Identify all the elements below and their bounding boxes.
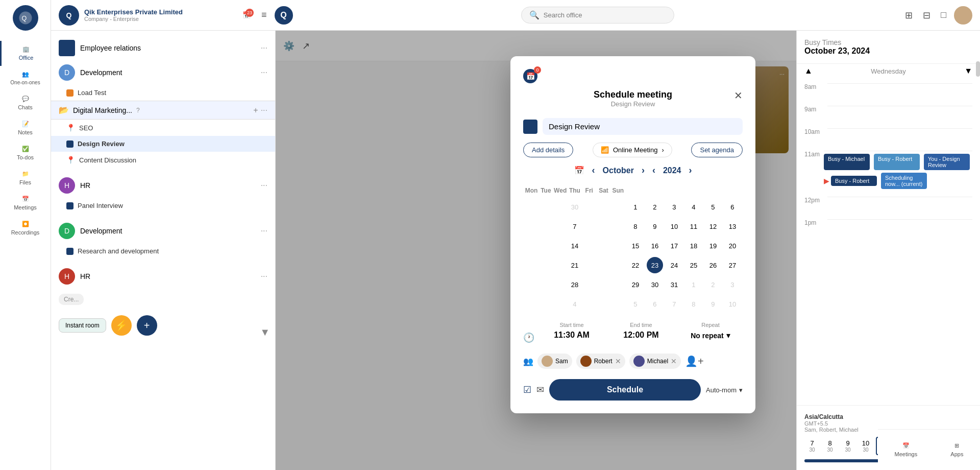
calendar-day-5-2[interactable]: 6 <box>647 296 663 312</box>
add-details-button[interactable]: Add details <box>523 143 573 157</box>
development2-menu[interactable]: ··· <box>261 226 267 236</box>
remove-robert-button[interactable]: ✕ <box>615 357 621 365</box>
sidebar-item-one-on-ones[interactable]: 👥 One-on-ones <box>0 66 51 90</box>
scroll-down-button2[interactable]: ▼ <box>964 66 972 76</box>
sidebar-item-files[interactable]: 📁 Files <box>0 166 51 191</box>
app-icon-button[interactable]: Q <box>275 6 293 25</box>
calendar-day-5-5[interactable]: 9 <box>705 296 721 312</box>
sidebar-item-notes[interactable]: 📝 Notes <box>0 115 51 140</box>
content-discussion-item[interactable]: 📍 Content Discussion <box>51 152 275 168</box>
calendar-day-2-2[interactable]: 16 <box>647 238 663 254</box>
prev-month-button[interactable]: ‹ <box>592 165 595 176</box>
calendar-day-3-5[interactable]: 26 <box>705 257 721 273</box>
calendar-day-5-1[interactable]: 5 <box>627 296 644 312</box>
add-channel-button[interactable]: + <box>253 106 258 115</box>
hr2-menu[interactable]: ··· <box>261 272 267 281</box>
calendar-day-0-4[interactable]: 4 <box>685 199 702 215</box>
sidebar-item-office[interactable]: 🏢 Office <box>0 41 51 66</box>
repeat-value[interactable]: No repeat <box>691 332 724 340</box>
mini-cal-10[interactable]: 1030 <box>858 437 873 455</box>
mini-cal-8[interactable]: 830 <box>822 437 838 455</box>
hr-menu[interactable]: ··· <box>261 181 267 190</box>
calendar-day-5-4[interactable]: 8 <box>685 296 702 312</box>
calendar-day-0-0[interactable]: 30 <box>567 199 583 215</box>
calendar-day-1-5[interactable]: 12 <box>705 218 721 234</box>
calendar-day-3-3[interactable]: 24 <box>666 257 682 273</box>
calendar-day-0-6[interactable]: 6 <box>724 199 741 215</box>
calendar-day-2-5[interactable]: 19 <box>705 238 721 254</box>
calendar-day-1-4[interactable]: 11 <box>685 218 702 234</box>
meeting-title-input[interactable] <box>543 118 743 135</box>
start-time-value[interactable]: 11:30 AM <box>540 331 604 340</box>
calendar-day-4-4[interactable]: 1 <box>685 276 702 293</box>
calendar-day-1-6[interactable]: 13 <box>724 218 741 234</box>
online-meeting-button[interactable]: 📶 Online Meeting › <box>593 143 672 157</box>
seo-item[interactable]: 📍 SEO <box>51 120 275 136</box>
panel-interview-item[interactable]: Panel Interview <box>51 198 275 214</box>
calendar-day-0-1[interactable]: 1 <box>627 199 644 215</box>
prev-year-button[interactable]: ‹ <box>652 165 655 176</box>
calendar-day-3-4[interactable]: 25 <box>685 257 702 273</box>
calendar-day-2-0[interactable]: 14 <box>567 238 583 254</box>
research-development-item[interactable]: Research and development <box>51 243 275 259</box>
calendar-day-4-1[interactable]: 29 <box>627 276 644 293</box>
schedule-button[interactable]: Schedule <box>549 379 701 401</box>
calendar-day-2-1[interactable]: 15 <box>627 238 644 254</box>
grid-view-button[interactable]: ⊞ <box>902 7 915 24</box>
calendar-day-2-6[interactable]: 20 <box>724 238 741 254</box>
calendar-day-3-1[interactable]: 22 <box>627 257 644 273</box>
calendar-day-4-2[interactable]: 30 <box>647 276 663 293</box>
end-time-value[interactable]: 12:00 PM <box>609 331 673 340</box>
remove-michael-button[interactable]: ✕ <box>671 357 677 365</box>
user-avatar[interactable] <box>954 6 972 25</box>
calendar-day-0-3[interactable]: 3 <box>666 199 682 215</box>
menu-button[interactable]: ≡ <box>259 7 270 23</box>
calendar-day-5-0[interactable]: 4 <box>567 296 583 312</box>
calendar-day-1-3[interactable]: 10 <box>666 218 682 234</box>
calendar-day-4-5[interactable]: 2 <box>705 276 721 293</box>
sidebar-item-recordings[interactable]: ⏺️ Recordings <box>0 216 51 241</box>
calendar-day-1-0[interactable]: 7 <box>567 218 583 234</box>
meetings-nav-item[interactable]: 📅 Meetings <box>895 442 918 457</box>
calendar-day-3-2[interactable]: 23 <box>647 257 663 273</box>
sidebar-item-chats[interactable]: 💬 Chats <box>0 90 51 115</box>
sidebar-item-meetings[interactable]: 📅 Meetings <box>0 191 51 216</box>
notification-button[interactable]: 📅 23 <box>240 9 254 21</box>
calendar-day-2-4[interactable]: 18 <box>685 238 702 254</box>
calendar-day-3-6[interactable]: 27 <box>724 257 741 273</box>
calendar-day-5-3[interactable]: 7 <box>666 296 682 312</box>
split-view-button[interactable]: ⊟ <box>920 7 933 24</box>
set-agenda-button[interactable]: Set agenda <box>691 143 743 157</box>
auto-mom-select[interactable]: Auto-mom ▾ <box>706 386 743 394</box>
modal-close-button[interactable]: ✕ <box>734 89 743 102</box>
calendar-day-3-0[interactable]: 21 <box>567 257 583 273</box>
search-input[interactable] <box>544 11 646 19</box>
calendar-day-1-1[interactable]: 8 <box>627 218 644 234</box>
calendar-day-5-6[interactable]: 10 <box>724 296 741 312</box>
calendar-day-0-2[interactable]: 2 <box>647 199 663 215</box>
calendar-day-1-2[interactable]: 9 <box>647 218 663 234</box>
digital-marketing-menu[interactable]: ··· <box>261 106 267 115</box>
calendar-day-2-3[interactable]: 17 <box>666 238 682 254</box>
mini-cal-7[interactable]: 730 <box>804 437 820 455</box>
sidebar-item-todos[interactable]: ✅ To-dos <box>0 140 51 166</box>
calendar-day-4-6[interactable]: 3 <box>724 276 741 293</box>
digital-marketing-folder[interactable]: 📂 Digital Marketing... ? + ··· <box>51 101 275 120</box>
next-year-button[interactable]: › <box>689 165 692 176</box>
mini-cal-9[interactable]: 930 <box>840 437 855 455</box>
calendar-day-4-3[interactable]: 31 <box>666 276 682 293</box>
development-menu[interactable]: ··· <box>261 68 267 77</box>
lightning-button[interactable]: ⚡ <box>111 315 132 336</box>
design-review-item[interactable]: Design Review <box>51 136 275 152</box>
calendar-day-4-0[interactable]: 28 <box>567 276 583 293</box>
employee-relations-menu[interactable]: ··· <box>261 43 267 53</box>
load-test-item[interactable]: Load Test <box>51 85 275 101</box>
scroll-up-button[interactable]: ▲ <box>804 66 813 76</box>
next-month-button[interactable]: › <box>642 165 645 176</box>
window-button[interactable]: □ <box>938 7 949 23</box>
apps-nav-item[interactable]: ⊞ Apps <box>950 442 963 457</box>
calendar-week-2: 14151617181920 <box>524 237 742 255</box>
calendar-day-0-5[interactable]: 5 <box>705 199 721 215</box>
add-channel-button2[interactable]: + <box>137 315 157 336</box>
add-attendee-button[interactable]: 👤+ <box>685 355 704 367</box>
